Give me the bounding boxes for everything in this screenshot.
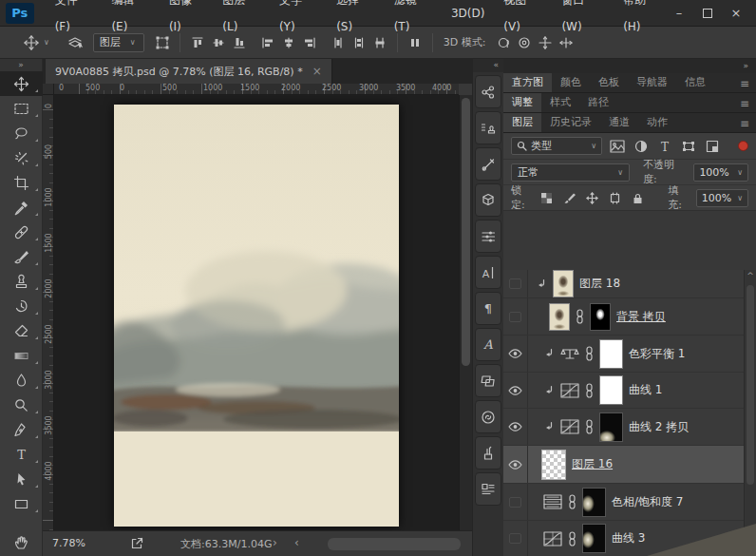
tool-brush[interactable]	[0, 244, 43, 269]
layer-row[interactable]: 曲线 2 拷贝	[503, 409, 756, 446]
document-tab[interactable]: 9V0A0885 拷贝.psd @ 7.78% (图层 16, RGB/8) *…	[46, 59, 332, 84]
tool-lasso[interactable]	[0, 121, 43, 145]
menu-image[interactable]: 图像(I)	[160, 0, 213, 40]
visibility-toggle[interactable]	[503, 336, 528, 372]
scroll-up-icon[interactable]: ^	[745, 270, 756, 281]
tab-close-icon[interactable]: ×	[312, 65, 322, 78]
lock-all-icon[interactable]	[630, 192, 645, 204]
tool-gradient[interactable]	[0, 343, 43, 368]
panel-button-tool-presets[interactable]	[475, 147, 501, 181]
panel-button-character[interactable]: A	[475, 256, 501, 289]
tab-layers[interactable]: 图层	[503, 113, 541, 132]
tab-navigator[interactable]: 导航器	[628, 73, 676, 92]
tool-blur[interactable]	[0, 368, 43, 393]
menu-help[interactable]: 帮助(H)	[614, 0, 672, 40]
layer-row[interactable]: 色彩平衡 1	[503, 336, 756, 373]
canvas-area[interactable]	[54, 95, 459, 530]
lock-artboard-icon[interactable]	[607, 192, 622, 204]
panel-button-clone-source[interactable]	[475, 111, 501, 144]
layer-mask-thumbnail[interactable]	[582, 524, 606, 553]
panel-button-brush-settings[interactable]	[475, 220, 501, 253]
layer-row[interactable]: 背景 拷贝	[503, 298, 756, 336]
tab-history[interactable]: 历史记录	[541, 113, 600, 132]
menu-file[interactable]: 文件(F)	[46, 0, 103, 40]
vertical-scrollbar-thumb[interactable]	[462, 98, 470, 366]
tab-info[interactable]: 信息	[676, 73, 714, 92]
tool-eyedropper[interactable]	[0, 195, 43, 220]
menu-filter[interactable]: 滤镜(T)	[385, 0, 442, 40]
share-icon[interactable]	[130, 536, 144, 554]
tool-marquee[interactable]	[0, 96, 43, 121]
layer-mask-thumbnail[interactable]	[599, 412, 623, 442]
tool-eraser[interactable]	[0, 318, 43, 343]
tool-crop[interactable]	[0, 170, 43, 195]
status-flyout-icon[interactable]: ›	[273, 536, 277, 549]
panel-menu-icon[interactable]: ≡	[740, 77, 749, 90]
tool-path-select[interactable]	[0, 467, 43, 491]
menu-type[interactable]: 文字(Y)	[270, 0, 327, 40]
tab-histogram[interactable]: 直方图	[503, 73, 552, 92]
layer-row[interactable]: 色相/饱和度 7	[503, 484, 756, 521]
tool-healing-brush[interactable]	[0, 220, 43, 244]
panel-button-timeline[interactable]	[475, 472, 501, 506]
tab-swatches[interactable]: 色板	[590, 73, 628, 92]
visibility-toggle[interactable]	[503, 373, 528, 408]
lock-transparency-icon[interactable]	[539, 192, 555, 204]
panel-button-share-nodes[interactable]	[475, 75, 501, 108]
tab-paths[interactable]: 路径	[579, 93, 617, 112]
maximize-button[interactable]	[703, 9, 712, 18]
layer-mask-thumbnail[interactable]	[582, 488, 606, 517]
document-canvas[interactable]	[114, 105, 399, 527]
filter-pixel-layers-icon[interactable]	[608, 140, 626, 153]
visibility-toggle[interactable]	[503, 521, 528, 556]
tab-actions[interactable]: 动作	[638, 113, 676, 132]
panel-button-paragraph[interactable]: ¶	[475, 292, 501, 325]
panels-collapse-button[interactable]: »	[503, 59, 756, 73]
layer-mask-thumbnail[interactable]	[599, 339, 623, 369]
visibility-toggle[interactable]	[503, 298, 528, 335]
layer-thumbnail[interactable]	[549, 303, 570, 331]
tool-quick-select[interactable]	[0, 145, 43, 170]
zoom-level-field[interactable]: 7.78%	[52, 537, 85, 549]
tool-type[interactable]: T	[0, 442, 43, 467]
layer-row[interactable]: 曲线 1	[503, 373, 756, 409]
menu-3d[interactable]: 3D(D)	[442, 0, 494, 27]
filter-type-layers-icon[interactable]: T	[655, 140, 673, 153]
visibility-toggle[interactable]	[503, 409, 528, 445]
opacity-field[interactable]: 100% ∨	[693, 163, 748, 182]
filter-adjustment-layers-icon[interactable]	[632, 140, 650, 153]
tab-adjustments[interactable]: 调整	[503, 93, 541, 112]
toolbar-collapse-button[interactable]: »	[0, 59, 42, 71]
horizontal-scrollbar-thumb[interactable]	[328, 538, 461, 550]
panel-button-3d[interactable]	[475, 183, 501, 217]
menu-select[interactable]: 选择(S)	[327, 0, 385, 40]
fill-field[interactable]: 100% ∨	[696, 189, 748, 207]
panel-button-brushes[interactable]	[475, 436, 501, 470]
filter-smart-objects-icon[interactable]	[703, 140, 721, 153]
minimize-button[interactable]: –	[672, 6, 686, 20]
hscroll-left-icon[interactable]: ‹	[294, 536, 299, 549]
tab-color[interactable]: 颜色	[552, 73, 590, 92]
tab-styles[interactable]: 样式	[541, 93, 579, 112]
tool-history-brush[interactable]	[0, 294, 43, 318]
panel-menu-icon[interactable]: ≡	[740, 117, 749, 130]
layers-scrollbar[interactable]: ^	[744, 270, 756, 556]
layer-mask-thumbnail[interactable]	[599, 375, 623, 405]
layer-filter-toggle[interactable]	[738, 141, 748, 151]
panel-menu-icon[interactable]: ≡	[740, 97, 749, 110]
tool-pen[interactable]	[0, 417, 43, 442]
lock-position-icon[interactable]	[584, 192, 599, 204]
menu-window[interactable]: 窗口(W)	[552, 0, 614, 40]
filter-shape-layers-icon[interactable]	[679, 140, 697, 153]
visibility-toggle[interactable]	[503, 446, 528, 483]
layer-row-selected[interactable]: 图层 16	[503, 446, 756, 484]
panel-button-glyphs[interactable]: A	[475, 328, 501, 361]
tool-dodge[interactable]	[0, 393, 43, 417]
layer-thumbnail[interactable]	[541, 450, 566, 480]
panels-expand-button[interactable]: «	[473, 59, 503, 72]
visibility-toggle[interactable]	[503, 484, 528, 520]
vertical-scrollbar[interactable]	[459, 95, 472, 530]
tool-clone-stamp[interactable]	[0, 269, 43, 294]
layers-scrollbar-thumb[interactable]	[747, 285, 754, 485]
menu-edit[interactable]: 编辑(E)	[102, 0, 159, 40]
